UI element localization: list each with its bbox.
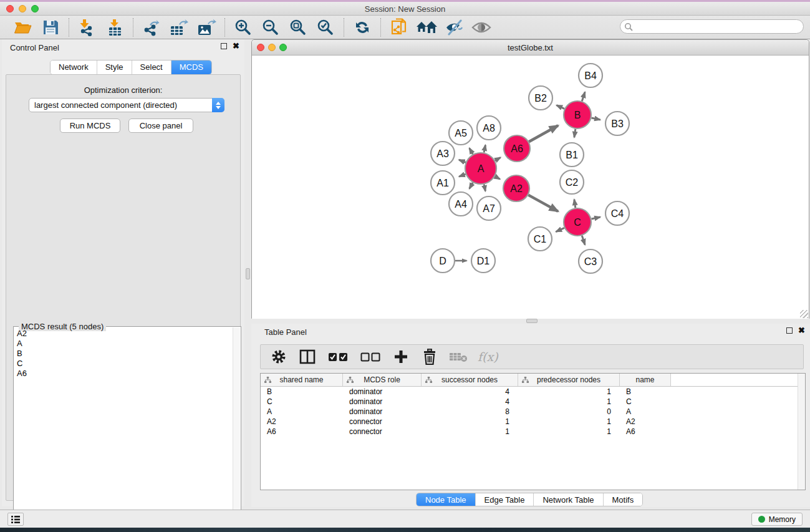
close-table-panel-icon[interactable]: ✖ — [798, 327, 805, 334]
horizontal-divider-handle[interactable] — [526, 319, 538, 323]
tab-edge-table[interactable]: Edge Table — [476, 493, 534, 506]
cell[interactable]: A6 — [261, 427, 343, 437]
edge-B-B2[interactable] — [556, 105, 564, 109]
export-image-icon[interactable] — [196, 17, 217, 37]
tab-network-table[interactable]: Network Table — [534, 493, 603, 506]
zoom-selected-icon[interactable] — [315, 17, 336, 37]
show-graphics-details-icon[interactable] — [471, 17, 492, 37]
edge-A-A7[interactable] — [484, 184, 485, 191]
node-A2[interactable]: A2 — [503, 175, 529, 201]
cell[interactable]: C — [620, 397, 671, 407]
cell[interactable]: B — [261, 387, 343, 397]
result-item[interactable]: A6 — [14, 369, 233, 379]
node-C4[interactable]: C4 — [605, 201, 629, 225]
clone-network-icon[interactable] — [388, 17, 410, 37]
cell[interactable]: 1 — [518, 427, 620, 437]
edge-A-A8[interactable] — [484, 145, 485, 152]
edge-C-C2[interactable] — [574, 200, 576, 208]
table-settings-icon[interactable] — [269, 347, 288, 366]
table-row[interactable]: A2connector11A2 — [261, 417, 798, 427]
close-panel-icon[interactable]: ✖ — [233, 43, 239, 49]
node-D[interactable]: D — [431, 249, 455, 273]
cell[interactable]: 1 — [518, 387, 620, 397]
apply-layout-icon[interactable] — [352, 17, 373, 37]
edge-B-B3[interactable] — [591, 118, 600, 120]
network-canvas[interactable]: B4B2BB3A5A8A6A3B1AC2A1A2A4A7C4CC1DD1C3 — [252, 56, 809, 319]
cell[interactable]: 4 — [422, 397, 518, 407]
save-session-icon[interactable] — [40, 17, 61, 37]
cell[interactable]: A — [620, 407, 671, 417]
node-C2[interactable]: C2 — [560, 170, 584, 194]
create-new-column-icon[interactable] — [392, 347, 410, 366]
node-A8[interactable]: A8 — [477, 116, 501, 140]
tab-mcds[interactable]: MCDS — [171, 60, 211, 74]
tab-network[interactable]: Network — [51, 60, 97, 74]
resize-grip-icon[interactable] — [800, 310, 808, 318]
cell[interactable]: A6 — [620, 427, 671, 437]
tab-motifs[interactable]: Motifs — [604, 493, 643, 506]
table-row[interactable]: Adominator80A — [261, 407, 798, 417]
column-header-name[interactable]: name — [620, 374, 671, 386]
cell[interactable]: connector — [343, 427, 422, 437]
edge-C-C4[interactable] — [591, 217, 600, 219]
edge-A-A6[interactable] — [495, 157, 501, 160]
function-builder-icon[interactable]: f(x) — [478, 350, 498, 364]
cell[interactable]: 4 — [422, 387, 518, 397]
result-scrollbar[interactable] — [233, 327, 240, 532]
cell[interactable]: A2 — [620, 417, 671, 427]
column-header-successor-nodes[interactable]: successor nodes — [422, 374, 518, 386]
task-history-button[interactable] — [7, 513, 24, 526]
table-row[interactable]: Bdominator41B — [261, 387, 798, 397]
column-header-predecessor-nodes[interactable]: predecessor nodes — [518, 374, 620, 386]
mcds-result-list[interactable]: A2ABCA6 — [14, 329, 233, 532]
node-B4[interactable]: B4 — [579, 64, 602, 87]
zoom-out-icon[interactable] — [260, 17, 281, 37]
edge-A2-C[interactable] — [528, 195, 558, 211]
first-neighbors-icon[interactable] — [416, 17, 437, 37]
close-panel-button[interactable]: Close panel — [128, 118, 193, 133]
export-network-icon[interactable] — [141, 17, 162, 37]
tab-node-table[interactable]: Node Table — [417, 493, 476, 506]
result-item[interactable]: A — [14, 339, 233, 349]
cell[interactable]: connector — [343, 417, 422, 427]
result-item[interactable]: B — [14, 349, 233, 359]
select-all-columns-icon[interactable] — [327, 347, 349, 366]
zoom-fit-icon[interactable] — [287, 17, 309, 37]
import-table-icon[interactable] — [104, 17, 125, 37]
import-network-icon[interactable] — [77, 17, 98, 37]
edge-C-C3[interactable] — [582, 236, 585, 245]
cell[interactable]: dominator — [343, 387, 422, 397]
open-session-icon[interactable] — [12, 17, 34, 37]
node-A3[interactable]: A3 — [431, 142, 455, 165]
table-row[interactable]: Cdominator41C — [261, 397, 798, 407]
edge-B-B4[interactable] — [582, 92, 585, 102]
edge-A-A3[interactable] — [459, 160, 466, 162]
export-table-icon[interactable] — [168, 17, 190, 37]
tab-style[interactable]: Style — [97, 60, 132, 74]
search-box[interactable] — [620, 19, 804, 34]
cell[interactable]: B — [620, 387, 671, 397]
cell[interactable]: dominator — [343, 407, 422, 417]
cell[interactable]: 1 — [422, 417, 518, 427]
deselect-all-columns-icon[interactable] — [359, 347, 382, 366]
cell[interactable]: 0 — [518, 407, 620, 417]
node-A6[interactable]: A6 — [504, 135, 530, 162]
delete-columns-icon[interactable] — [420, 347, 439, 366]
edge-A-A4[interactable] — [470, 183, 473, 189]
cell[interactable]: C — [261, 397, 343, 407]
float-panel-icon[interactable] — [221, 43, 227, 49]
node-B2[interactable]: B2 — [529, 86, 552, 110]
hide-graphics-details-icon[interactable] — [443, 17, 465, 37]
node-D1[interactable]: D1 — [471, 249, 495, 273]
node-C[interactable]: C — [564, 208, 591, 236]
node-A5[interactable]: A5 — [449, 121, 473, 145]
cell[interactable]: 1 — [518, 417, 620, 427]
table-scrollbar[interactable] — [798, 374, 805, 490]
table-row[interactable]: A6connector11A6 — [261, 427, 798, 437]
node-A[interactable]: A — [465, 153, 496, 184]
node-B[interactable]: B — [564, 101, 591, 128]
float-table-panel-icon[interactable] — [786, 327, 793, 334]
toggle-panel-layout-icon[interactable] — [298, 347, 317, 366]
cell[interactable]: 1 — [518, 397, 620, 407]
column-header-MCDS-role[interactable]: MCDS role — [343, 374, 422, 386]
